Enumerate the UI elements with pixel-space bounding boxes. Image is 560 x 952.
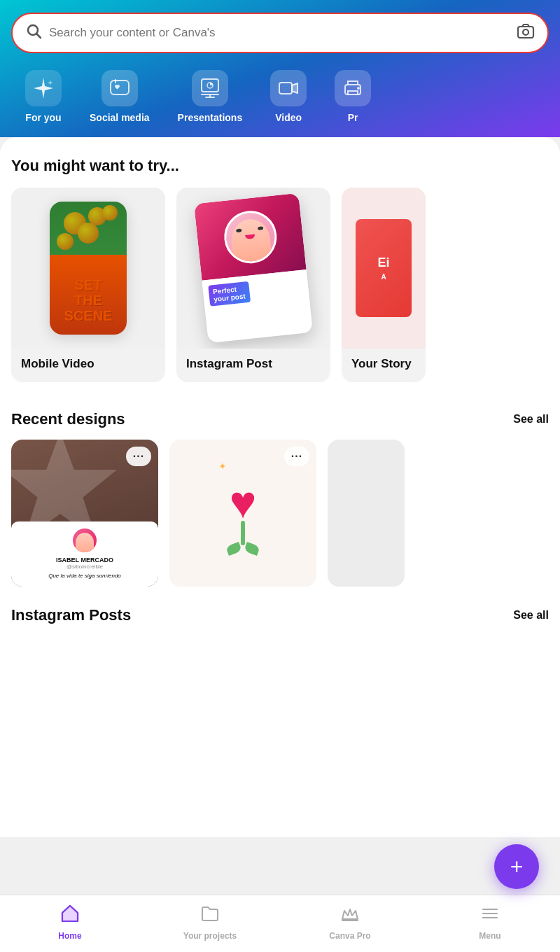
search-icon [25, 22, 42, 43]
tab-for-you[interactable]: For you [11, 70, 76, 126]
nav-home[interactable]: Home [42, 904, 98, 941]
instagram-post-label: Instagram Post [176, 349, 330, 382]
print-icon [335, 70, 371, 106]
try-cards-row: SETTHESCENE Mobile Video [11, 188, 549, 388]
mobile-video-card[interactable]: SETTHESCENE Mobile Video [11, 188, 165, 382]
tab-presentations[interactable]: Presentations [164, 70, 257, 126]
nav-menu-label: Menu [479, 931, 500, 941]
nav-canva-pro[interactable]: Canva Pro [322, 904, 378, 941]
isabel-name: ISABEL MERCADO [20, 556, 150, 564]
home-icon [60, 904, 80, 928]
instagram-posts-header: Instagram Posts See all [11, 606, 549, 624]
svg-rect-4 [111, 80, 129, 94]
svg-rect-2 [518, 27, 533, 38]
instagram-post-card[interactable]: Perfectyour post Instagram Post [176, 188, 330, 382]
main-content: You might want to try... [0, 137, 560, 837]
sparkle-icon [25, 70, 62, 106]
tab-video-label: Video [275, 112, 302, 123]
nav-menu[interactable]: Menu [462, 904, 518, 941]
svg-rect-10 [279, 83, 292, 94]
svg-line-1 [37, 34, 41, 38]
tab-presentations-label: Presentations [178, 112, 243, 123]
your-story-card[interactable]: Ei A Your Story [342, 188, 426, 382]
folder-icon [200, 904, 220, 928]
header: For you Social media [0, 0, 560, 137]
hamburger-icon [480, 904, 500, 928]
svg-point-12 [357, 87, 360, 90]
create-fab-button[interactable]: + [494, 844, 539, 889]
bottom-navigation: Home Your projects Canva Pro Men [0, 895, 560, 952]
isabel-handle: @sitioincreible [20, 564, 150, 570]
tab-social-media-label: Social media [90, 112, 150, 123]
recent-designs-header: Recent designs See all [11, 410, 549, 428]
camera-icon[interactable] [517, 22, 535, 43]
svg-point-3 [523, 29, 528, 35]
design-cards-row: ISABEL MERCADO @sitioincreible Que la vi… [11, 440, 549, 587]
nav-projects-label: Your projects [183, 931, 237, 941]
mobile-video-label: Mobile Video [11, 349, 165, 382]
fab-plus-icon: + [510, 854, 524, 880]
search-bar [11, 13, 549, 53]
card-menu-button-1[interactable]: ··· [126, 447, 151, 466]
instagram-posts-see-all[interactable]: See all [513, 609, 549, 622]
recent-designs-title: Recent designs [11, 410, 125, 428]
tab-print-label: Pr [348, 112, 358, 123]
design-card-isabel[interactable]: ISABEL MERCADO @sitioincreible Que la vi… [11, 440, 158, 587]
pie-chart-icon [192, 70, 228, 106]
recent-designs-see-all[interactable]: See all [513, 413, 549, 426]
tab-video[interactable]: Video [256, 70, 321, 126]
nav-canva-pro-label: Canva Pro [329, 931, 370, 941]
search-input[interactable] [49, 26, 510, 40]
nav-home-label: Home [58, 931, 81, 941]
category-tabs: For you Social media [11, 70, 549, 137]
heart-chat-icon [102, 70, 138, 106]
design-card-partial[interactable] [328, 440, 405, 587]
video-camera-icon [270, 70, 307, 106]
tab-social-media[interactable]: Social media [76, 70, 164, 126]
tab-print[interactable]: Pr [321, 70, 385, 126]
instagram-posts-title: Instagram Posts [11, 606, 131, 624]
try-section-title: You might want to try... [11, 157, 549, 175]
card-menu-button-2[interactable]: ··· [284, 447, 309, 466]
design-card-heart[interactable]: ♥ ✦ ··· [169, 440, 316, 587]
crown-icon [340, 904, 360, 928]
nav-projects[interactable]: Your projects [182, 904, 238, 941]
isabel-quote: Que la vida te siga sonriendo [20, 573, 150, 580]
your-story-label: Your Story [342, 349, 426, 382]
tab-for-you-label: For you [25, 112, 61, 123]
